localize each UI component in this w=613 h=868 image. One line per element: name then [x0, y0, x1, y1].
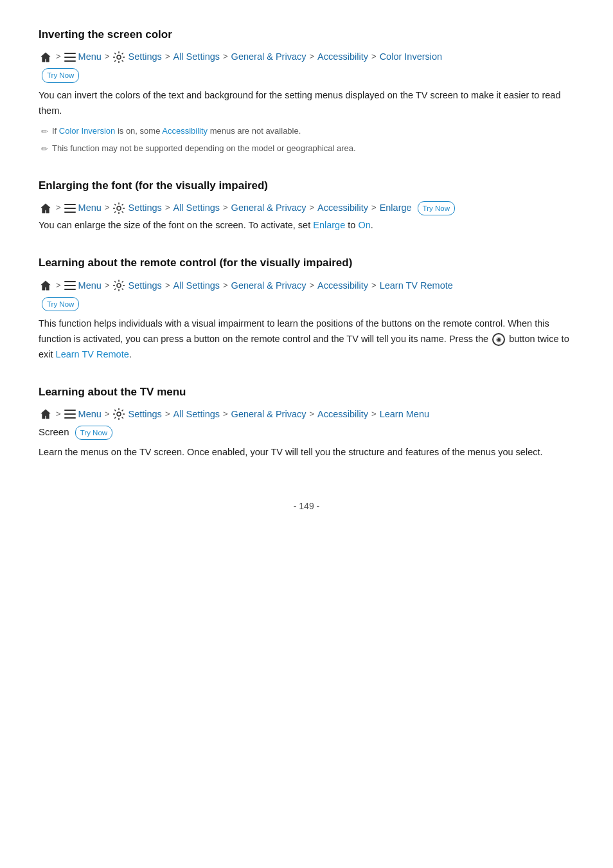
settings-icon-4 — [112, 408, 125, 420]
bc-allsettings[interactable]: All Settings — [173, 50, 220, 64]
try-now-color-inversion[interactable]: Try Now — [42, 68, 79, 82]
sep-r4: > — [223, 279, 228, 293]
home-icon-3[interactable] — [39, 278, 53, 293]
section-title-remote: Learning about the remote control (for t… — [39, 254, 574, 271]
svg-point-11 — [117, 284, 121, 287]
svg-rect-13 — [64, 413, 76, 415]
bc-settings[interactable]: Settings — [128, 50, 161, 64]
svg-rect-6 — [64, 212, 76, 213]
section-enlarge-font: Enlarging the font (for the visually imp… — [39, 177, 574, 233]
color-inversion-link[interactable]: Color Inversion — [59, 126, 115, 136]
sep-2: > — [105, 50, 110, 64]
bc-accessibility-4[interactable]: Accessibility — [317, 407, 368, 422]
menu-icon-2 — [64, 203, 76, 214]
menu-icon — [64, 51, 76, 63]
page-number: - 149 - — [294, 501, 319, 511]
bc-menu-4[interactable]: Menu — [78, 407, 102, 422]
body-remote: This function helps individuals with a v… — [39, 316, 574, 363]
on-link[interactable]: On — [358, 220, 370, 230]
bc-learn-screen[interactable]: Screen — [39, 426, 69, 437]
section-title-menu: Learning about the TV menu — [39, 383, 574, 401]
bc-general-privacy[interactable]: General & Privacy — [231, 50, 306, 64]
bc-settings-3[interactable]: Settings — [128, 278, 161, 293]
breadcrumb-enlarge: > Menu > Settings > All Settings > Gener… — [39, 201, 574, 215]
sep-e3: > — [165, 201, 170, 215]
bc-color-inversion[interactable]: Color Inversion — [380, 50, 443, 64]
bc-learn-tv-remote[interactable]: Learn TV Remote — [380, 278, 453, 293]
settings-icon — [112, 51, 125, 64]
sep-m3: > — [165, 408, 170, 421]
bc-menu[interactable]: Menu — [78, 50, 102, 64]
svg-point-7 — [117, 206, 121, 210]
try-now-menu[interactable]: Try Now — [75, 426, 112, 440]
bc-general-privacy-3[interactable]: General & Privacy — [231, 278, 306, 293]
try-now-enlarge[interactable]: Try Now — [418, 201, 455, 215]
settings-icon-2 — [112, 202, 125, 215]
body-color-inversion: You can invert the colors of the text an… — [39, 88, 574, 119]
section-title-enlarge: Enlarging the font (for the visually imp… — [39, 177, 574, 194]
sep-3: > — [165, 50, 170, 64]
bc-settings-4[interactable]: Settings — [128, 407, 161, 422]
note-text-2: This function may not be supported depen… — [52, 142, 356, 156]
section-learn-remote: Learning about the remote control (for t… — [39, 254, 574, 362]
bc-allsettings-2[interactable]: All Settings — [173, 201, 220, 215]
breadcrumb-remote: > Menu > Settings > All Settings > Gener… — [39, 278, 574, 293]
svg-rect-14 — [64, 417, 76, 419]
sep-r2: > — [105, 279, 110, 293]
breadcrumb-color-inversion: > Menu > Settings > All Settings > Gener… — [39, 50, 574, 64]
bc-accessibility-2[interactable]: Accessibility — [317, 201, 368, 215]
sep-e6: > — [371, 201, 377, 215]
menu-icon-4 — [64, 408, 76, 420]
bc-general-privacy-4[interactable]: General & Privacy — [231, 407, 306, 422]
sep-r6: > — [371, 279, 377, 293]
body-menu: Learn the menus on the TV screen. Once e… — [39, 445, 574, 460]
home-icon-2[interactable] — [39, 201, 53, 215]
sep-r1: > — [56, 279, 61, 293]
sep-r5: > — [309, 279, 314, 293]
bc-learn-menu[interactable]: Learn Menu — [380, 407, 429, 422]
sep-6: > — [371, 50, 377, 64]
bc-allsettings-3[interactable]: All Settings — [173, 278, 220, 293]
sep-m2: > — [105, 408, 110, 421]
bc-allsettings-4[interactable]: All Settings — [173, 407, 220, 422]
section-title-color-inversion: Inverting the screen color — [39, 26, 574, 43]
remote-circle-icon: ◉ — [492, 333, 505, 346]
sep-e2: > — [105, 201, 110, 215]
body-enlarge: You can enlarge the size of the font on … — [39, 218, 574, 233]
sep-m1: > — [56, 408, 61, 421]
svg-rect-5 — [64, 208, 76, 209]
note-color-inversion-1: ✏ If Color Inversion is on, some Accessi… — [39, 125, 574, 139]
svg-point-3 — [117, 55, 121, 59]
bc-accessibility[interactable]: Accessibility — [317, 50, 368, 64]
sep-m4: > — [223, 408, 228, 421]
svg-point-15 — [117, 412, 121, 416]
accessibility-link-note[interactable]: Accessibility — [162, 126, 208, 136]
settings-icon-3 — [112, 279, 125, 292]
bc-menu-3[interactable]: Menu — [78, 278, 102, 293]
menu-icon-3 — [64, 280, 76, 291]
svg-rect-0 — [64, 53, 76, 54]
sep-r3: > — [165, 279, 170, 293]
section-color-inversion: Inverting the screen color > Menu > Sett… — [39, 26, 574, 156]
svg-rect-8 — [64, 281, 76, 282]
section-learn-menu: Learning about the TV menu > Menu > Sett… — [39, 383, 574, 461]
svg-rect-10 — [64, 289, 76, 290]
svg-rect-4 — [64, 204, 76, 205]
bc-enlarge[interactable]: Enlarge — [380, 201, 412, 215]
sep-e5: > — [309, 201, 314, 215]
learn-tv-remote-link[interactable]: Learn TV Remote — [56, 349, 129, 359]
bc-settings-2[interactable]: Settings — [128, 201, 161, 215]
pencil-icon-2: ✏ — [41, 143, 48, 156]
svg-rect-9 — [64, 285, 76, 286]
breadcrumb-menu: > Menu > Settings > All Settings > Gener… — [39, 407, 574, 422]
enlarge-link[interactable]: Enlarge — [313, 220, 345, 230]
bc-accessibility-3[interactable]: Accessibility — [317, 278, 368, 293]
bc-general-privacy-2[interactable]: General & Privacy — [231, 201, 306, 215]
note-color-inversion-2: ✏ This function may not be supported dep… — [39, 142, 574, 156]
bc-menu-2[interactable]: Menu — [78, 201, 102, 215]
home-icon[interactable] — [39, 50, 53, 64]
try-now-remote[interactable]: Try Now — [42, 297, 79, 311]
svg-rect-1 — [64, 57, 76, 58]
sep-m5: > — [309, 408, 314, 421]
home-icon-4[interactable] — [39, 407, 53, 421]
